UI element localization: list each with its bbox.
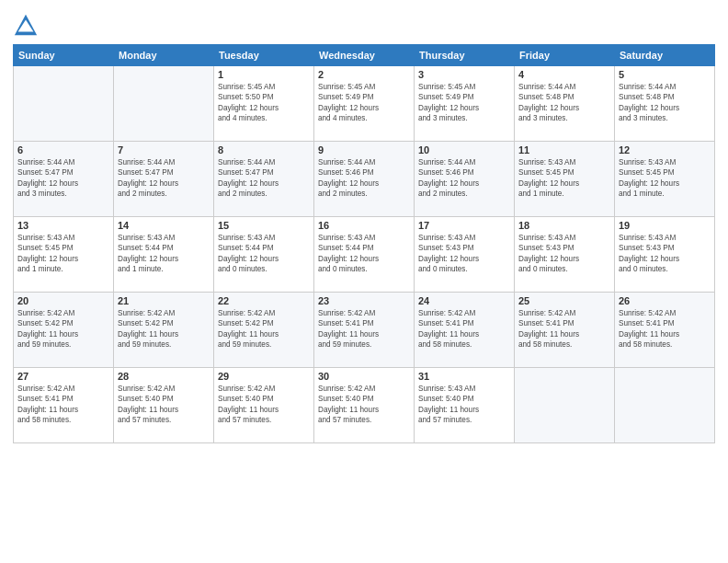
day-number: 16	[318, 220, 410, 231]
day-number: 29	[218, 371, 310, 382]
calendar-cell: 24Sunrise: 5:42 AM Sunset: 5:41 PM Dayli…	[415, 293, 515, 368]
weekday-header-monday: Monday	[114, 45, 214, 66]
day-info: Sunrise: 5:43 AM Sunset: 5:44 PM Dayligh…	[218, 233, 310, 275]
calendar-cell: 19Sunrise: 5:43 AM Sunset: 5:43 PM Dayli…	[615, 217, 715, 293]
week-row-1: 1Sunrise: 5:45 AM Sunset: 5:50 PM Daylig…	[14, 66, 715, 142]
day-info: Sunrise: 5:42 AM Sunset: 5:41 PM Dayligh…	[619, 308, 711, 350]
weekday-header-saturday: Saturday	[615, 45, 715, 66]
day-number: 2	[318, 69, 410, 80]
calendar-cell: 6Sunrise: 5:44 AM Sunset: 5:47 PM Daylig…	[14, 142, 114, 217]
day-info: Sunrise: 5:45 AM Sunset: 5:49 PM Dayligh…	[418, 82, 510, 124]
day-number: 1	[218, 69, 310, 80]
calendar-cell	[14, 66, 114, 142]
day-number: 3	[418, 69, 510, 80]
weekday-header-thursday: Thursday	[415, 45, 515, 66]
calendar-cell: 27Sunrise: 5:42 AM Sunset: 5:41 PM Dayli…	[14, 368, 114, 443]
calendar-cell: 15Sunrise: 5:43 AM Sunset: 5:44 PM Dayli…	[214, 217, 314, 293]
day-number: 15	[218, 220, 310, 231]
day-number: 12	[619, 144, 711, 155]
calendar-cell: 9Sunrise: 5:44 AM Sunset: 5:46 PM Daylig…	[314, 142, 415, 217]
day-number: 11	[518, 144, 610, 155]
day-number: 28	[118, 371, 210, 382]
calendar-cell: 11Sunrise: 5:43 AM Sunset: 5:45 PM Dayli…	[515, 142, 615, 217]
day-info: Sunrise: 5:42 AM Sunset: 5:42 PM Dayligh…	[17, 308, 109, 350]
calendar-cell: 1Sunrise: 5:45 AM Sunset: 5:50 PM Daylig…	[214, 66, 314, 142]
day-info: Sunrise: 5:43 AM Sunset: 5:43 PM Dayligh…	[619, 233, 711, 275]
calendar-cell: 30Sunrise: 5:42 AM Sunset: 5:40 PM Dayli…	[314, 368, 415, 443]
day-number: 27	[17, 371, 109, 382]
weekday-header-row: SundayMondayTuesdayWednesdayThursdayFrid…	[14, 45, 715, 66]
calendar-cell: 8Sunrise: 5:44 AM Sunset: 5:47 PM Daylig…	[214, 142, 314, 217]
calendar-cell: 21Sunrise: 5:42 AM Sunset: 5:42 PM Dayli…	[114, 293, 214, 368]
calendar-cell: 4Sunrise: 5:44 AM Sunset: 5:48 PM Daylig…	[515, 66, 615, 142]
calendar-cell: 29Sunrise: 5:42 AM Sunset: 5:40 PM Dayli…	[214, 368, 314, 443]
day-info: Sunrise: 5:44 AM Sunset: 5:47 PM Dayligh…	[218, 157, 310, 200]
weekday-header-tuesday: Tuesday	[214, 45, 314, 66]
day-info: Sunrise: 5:43 AM Sunset: 5:43 PM Dayligh…	[518, 233, 610, 275]
day-info: Sunrise: 5:42 AM Sunset: 5:42 PM Dayligh…	[218, 308, 310, 350]
logo	[13, 13, 40, 39]
calendar-cell	[114, 66, 214, 142]
day-number: 25	[518, 295, 610, 306]
day-number: 8	[218, 144, 310, 155]
calendar-cell: 16Sunrise: 5:43 AM Sunset: 5:44 PM Dayli…	[314, 217, 415, 293]
day-info: Sunrise: 5:42 AM Sunset: 5:41 PM Dayligh…	[418, 308, 510, 350]
calendar-cell: 18Sunrise: 5:43 AM Sunset: 5:43 PM Dayli…	[515, 217, 615, 293]
calendar-cell: 10Sunrise: 5:44 AM Sunset: 5:46 PM Dayli…	[415, 142, 515, 217]
day-info: Sunrise: 5:43 AM Sunset: 5:45 PM Dayligh…	[17, 233, 109, 275]
day-info: Sunrise: 5:43 AM Sunset: 5:45 PM Dayligh…	[518, 157, 610, 200]
calendar-cell: 25Sunrise: 5:42 AM Sunset: 5:41 PM Dayli…	[515, 293, 615, 368]
calendar-cell: 5Sunrise: 5:44 AM Sunset: 5:48 PM Daylig…	[615, 66, 715, 142]
calendar-cell: 28Sunrise: 5:42 AM Sunset: 5:40 PM Dayli…	[114, 368, 214, 443]
day-info: Sunrise: 5:42 AM Sunset: 5:42 PM Dayligh…	[118, 308, 210, 350]
day-info: Sunrise: 5:45 AM Sunset: 5:50 PM Dayligh…	[218, 82, 310, 124]
calendar-cell: 26Sunrise: 5:42 AM Sunset: 5:41 PM Dayli…	[615, 293, 715, 368]
calendar-cell: 2Sunrise: 5:45 AM Sunset: 5:49 PM Daylig…	[314, 66, 415, 142]
day-number: 23	[318, 295, 410, 306]
day-number: 30	[318, 371, 410, 382]
day-info: Sunrise: 5:43 AM Sunset: 5:44 PM Dayligh…	[318, 233, 410, 275]
calendar-cell: 17Sunrise: 5:43 AM Sunset: 5:43 PM Dayli…	[415, 217, 515, 293]
calendar-cell: 7Sunrise: 5:44 AM Sunset: 5:47 PM Daylig…	[114, 142, 214, 217]
day-info: Sunrise: 5:42 AM Sunset: 5:40 PM Dayligh…	[218, 384, 310, 426]
day-number: 6	[17, 144, 109, 155]
calendar-cell: 12Sunrise: 5:43 AM Sunset: 5:45 PM Dayli…	[615, 142, 715, 217]
header	[13, 9, 715, 39]
week-row-2: 6Sunrise: 5:44 AM Sunset: 5:47 PM Daylig…	[14, 142, 715, 217]
day-info: Sunrise: 5:44 AM Sunset: 5:46 PM Dayligh…	[318, 157, 410, 200]
calendar-table: SundayMondayTuesdayWednesdayThursdayFrid…	[13, 44, 715, 443]
weekday-header-wednesday: Wednesday	[314, 45, 415, 66]
calendar-cell: 31Sunrise: 5:43 AM Sunset: 5:40 PM Dayli…	[415, 368, 515, 443]
calendar-cell	[515, 368, 615, 443]
week-row-3: 13Sunrise: 5:43 AM Sunset: 5:45 PM Dayli…	[14, 217, 715, 293]
day-info: Sunrise: 5:43 AM Sunset: 5:43 PM Dayligh…	[418, 233, 510, 275]
day-number: 26	[619, 295, 711, 306]
day-number: 7	[118, 144, 210, 155]
day-number: 9	[318, 144, 410, 155]
day-info: Sunrise: 5:42 AM Sunset: 5:41 PM Dayligh…	[318, 308, 410, 350]
calendar-cell: 13Sunrise: 5:43 AM Sunset: 5:45 PM Dayli…	[14, 217, 114, 293]
day-info: Sunrise: 5:43 AM Sunset: 5:40 PM Dayligh…	[418, 384, 510, 426]
day-info: Sunrise: 5:42 AM Sunset: 5:40 PM Dayligh…	[118, 384, 210, 426]
day-number: 17	[418, 220, 510, 231]
day-info: Sunrise: 5:45 AM Sunset: 5:49 PM Dayligh…	[318, 82, 410, 124]
calendar-cell: 22Sunrise: 5:42 AM Sunset: 5:42 PM Dayli…	[214, 293, 314, 368]
day-info: Sunrise: 5:44 AM Sunset: 5:47 PM Dayligh…	[17, 157, 109, 200]
calendar-cell	[615, 368, 715, 443]
day-info: Sunrise: 5:42 AM Sunset: 5:40 PM Dayligh…	[318, 384, 410, 426]
calendar-cell: 20Sunrise: 5:42 AM Sunset: 5:42 PM Dayli…	[14, 293, 114, 368]
calendar-cell: 23Sunrise: 5:42 AM Sunset: 5:41 PM Dayli…	[314, 293, 415, 368]
day-info: Sunrise: 5:44 AM Sunset: 5:48 PM Dayligh…	[619, 82, 711, 124]
weekday-header-friday: Friday	[515, 45, 615, 66]
week-row-4: 20Sunrise: 5:42 AM Sunset: 5:42 PM Dayli…	[14, 293, 715, 368]
day-number: 4	[518, 69, 610, 80]
page: SundayMondayTuesdayWednesdayThursdayFrid…	[0, 0, 728, 563]
day-number: 21	[118, 295, 210, 306]
day-info: Sunrise: 5:43 AM Sunset: 5:45 PM Dayligh…	[619, 157, 711, 200]
day-number: 20	[17, 295, 109, 306]
week-row-5: 27Sunrise: 5:42 AM Sunset: 5:41 PM Dayli…	[14, 368, 715, 443]
day-info: Sunrise: 5:44 AM Sunset: 5:48 PM Dayligh…	[518, 82, 610, 124]
day-number: 18	[518, 220, 610, 231]
day-info: Sunrise: 5:42 AM Sunset: 5:41 PM Dayligh…	[17, 384, 109, 426]
logo-icon	[13, 13, 39, 39]
